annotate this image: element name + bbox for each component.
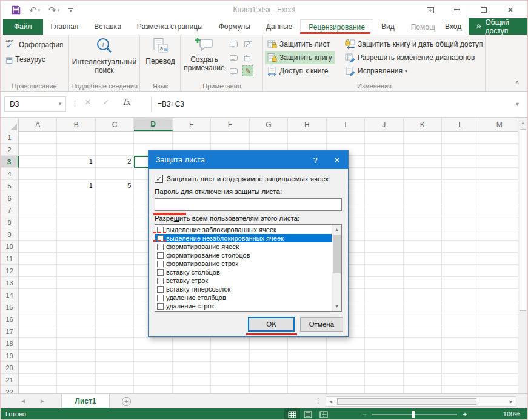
cell-D19[interactable] <box>134 350 172 362</box>
cell-K1[interactable] <box>404 132 442 144</box>
horizontal-scroll-thumb[interactable] <box>337 398 476 405</box>
cell-M18[interactable] <box>480 338 518 350</box>
cell-B18[interactable] <box>57 338 95 350</box>
cell-B14[interactable] <box>57 289 95 301</box>
cell-I19[interactable] <box>327 350 365 362</box>
cell-C5[interactable]: 5 <box>96 180 134 192</box>
cell-L12[interactable] <box>442 265 480 277</box>
cell-K14[interactable] <box>404 289 442 301</box>
cell-A18[interactable] <box>19 338 57 350</box>
redo-button[interactable]: ↷▾ <box>48 5 59 15</box>
cell-C11[interactable] <box>96 253 134 265</box>
cell-L6[interactable] <box>442 192 480 204</box>
zoom-slider[interactable] <box>372 414 457 415</box>
row-header-11[interactable]: 11 <box>1 253 19 265</box>
column-header-M[interactable]: M <box>480 118 518 131</box>
cell-A2[interactable] <box>19 144 57 156</box>
cell-A16[interactable] <box>19 313 57 325</box>
cell-K13[interactable] <box>404 277 442 289</box>
cell-J11[interactable] <box>365 253 403 265</box>
cell-F21[interactable] <box>211 374 249 386</box>
cell-M5[interactable] <box>480 180 518 192</box>
cell-C22[interactable] <box>96 386 134 393</box>
listbox-scroll-down-icon[interactable]: ▼ <box>332 302 341 311</box>
undo-dropdown-icon[interactable]: ▾ <box>38 8 41 12</box>
tabbar-splitter[interactable]: ⋮ <box>315 396 322 405</box>
row-header-3[interactable]: 3 <box>1 156 19 168</box>
cell-C12[interactable] <box>96 265 134 277</box>
cell-C19[interactable] <box>96 350 134 362</box>
row-header-9[interactable]: 9 <box>1 228 19 241</box>
cell-G18[interactable] <box>250 338 288 350</box>
cell-B19[interactable] <box>57 350 95 362</box>
column-header-A[interactable]: A <box>19 118 57 131</box>
cell-K8[interactable] <box>404 216 442 228</box>
cell-M8[interactable] <box>480 216 518 228</box>
page-break-view-button[interactable] <box>316 408 332 420</box>
column-header-L[interactable]: L <box>442 118 480 131</box>
cell-F19[interactable] <box>211 350 249 362</box>
protect-sheet-button[interactable]: Защитить лист <box>265 38 332 51</box>
listbox-scroll-up-icon[interactable]: ▲ <box>332 225 341 234</box>
permission-checkbox-2[interactable] <box>157 244 164 250</box>
cell-J14[interactable] <box>365 289 403 301</box>
page-layout-view-button[interactable] <box>300 408 316 420</box>
cell-D18[interactable] <box>134 338 172 350</box>
cell-A19[interactable] <box>19 350 57 362</box>
row-header-12[interactable]: 12 <box>1 265 19 277</box>
cell-K22[interactable] <box>404 386 442 393</box>
cell-K10[interactable] <box>404 241 442 253</box>
cell-C14[interactable] <box>96 289 134 301</box>
cell-B5[interactable]: 1 <box>57 180 95 192</box>
cell-F20[interactable] <box>211 362 249 374</box>
cell-B20[interactable] <box>57 362 95 374</box>
cell-J12[interactable] <box>365 265 403 277</box>
minimize-button[interactable] <box>444 1 470 18</box>
row-header-18[interactable]: 18 <box>1 338 19 350</box>
column-header-E[interactable]: E <box>173 118 211 131</box>
cell-M3[interactable] <box>480 156 518 168</box>
cell-A12[interactable] <box>19 265 57 277</box>
tab-разметка-страницы[interactable]: Разметка страницы <box>129 19 211 35</box>
cell-K18[interactable] <box>404 338 442 350</box>
vertical-scroll-thumb[interactable] <box>520 129 526 311</box>
cell-A1[interactable] <box>19 132 57 144</box>
track-changes-button[interactable]: Исправления ▾ <box>343 64 410 78</box>
permission-checkbox-6[interactable] <box>157 278 164 284</box>
new-sheet-button[interactable]: + <box>122 397 131 406</box>
cell-L20[interactable] <box>442 362 480 374</box>
edit-comment-icon[interactable] <box>242 38 254 51</box>
permission-item-0[interactable]: выделение заблокированных ячеек <box>155 225 332 234</box>
cell-M17[interactable] <box>480 325 518 338</box>
cell-B8[interactable] <box>57 216 95 228</box>
cell-M1[interactable] <box>480 132 518 144</box>
cell-B21[interactable] <box>57 374 95 386</box>
cell-C3[interactable]: 2 <box>96 156 134 168</box>
listbox-scroll-thumb[interactable] <box>333 235 341 273</box>
zoom-out-icon[interactable]: − <box>361 410 367 419</box>
cell-M10[interactable] <box>480 241 518 253</box>
track-changes-dropdown-icon[interactable]: ▾ <box>405 68 407 74</box>
cell-B22[interactable] <box>57 386 95 393</box>
row-header-22[interactable]: 22 <box>1 386 19 393</box>
column-header-J[interactable]: J <box>365 118 403 131</box>
cell-E22[interactable] <box>173 386 211 393</box>
cell-H18[interactable] <box>288 338 326 350</box>
permission-item-3[interactable]: форматирование столбцов <box>155 251 332 259</box>
cell-M14[interactable] <box>480 289 518 301</box>
cell-L21[interactable] <box>442 374 480 386</box>
column-header-G[interactable]: G <box>250 118 288 131</box>
cell-M12[interactable] <box>480 265 518 277</box>
name-box-dropdown-icon[interactable]: ▼ <box>55 101 65 107</box>
close-button[interactable]: ✕ <box>497 1 524 18</box>
permission-checkbox-9[interactable] <box>157 303 164 310</box>
cell-G19[interactable] <box>250 350 288 362</box>
cell-I22[interactable] <box>327 386 365 393</box>
sign-in-button[interactable]: Вход <box>438 19 469 35</box>
zoom-slider-thumb[interactable] <box>412 411 415 418</box>
cell-K17[interactable] <box>404 325 442 338</box>
cell-G20[interactable] <box>250 362 288 374</box>
cell-B3[interactable]: 1 <box>57 156 95 168</box>
cell-G1[interactable] <box>250 132 288 144</box>
row-header-15[interactable]: 15 <box>1 301 19 313</box>
